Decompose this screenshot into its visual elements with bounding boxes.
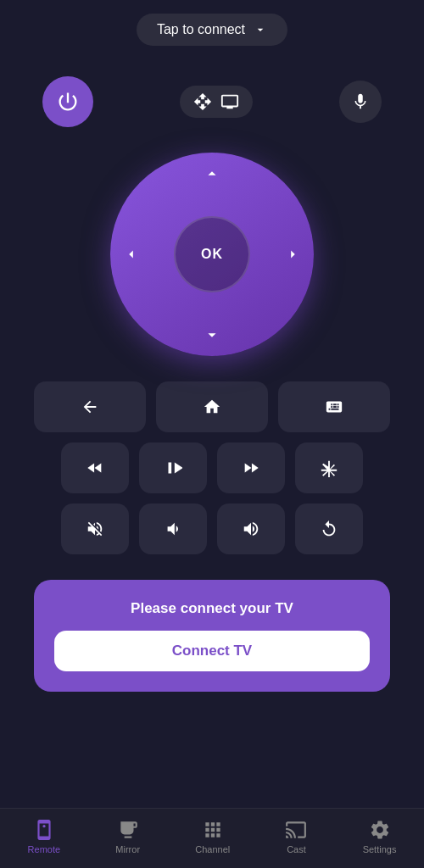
power-icon <box>56 90 80 114</box>
keyboard-button[interactable] <box>278 381 390 432</box>
nav-item-cast-label: Cast <box>287 844 306 854</box>
arrow-right-icon <box>283 245 302 264</box>
ok-label: OK <box>201 247 223 262</box>
nav-item-channel[interactable]: Channel <box>187 815 238 858</box>
nav-item-settings[interactable]: Settings <box>354 815 405 858</box>
connect-dropdown[interactable]: Tap to connect <box>137 14 287 46</box>
keyboard-icon <box>325 398 343 416</box>
mic-button[interactable] <box>339 81 382 123</box>
cast-nav-icon <box>285 819 307 841</box>
channel-nav-icon <box>202 819 224 841</box>
arrow-left-icon <box>122 245 141 264</box>
options-button[interactable] <box>295 442 363 493</box>
control-row-1 <box>34 381 390 432</box>
settings-nav-icon <box>369 819 391 841</box>
playpause-icon <box>164 459 182 477</box>
dpad-circle[interactable]: OK <box>110 153 314 356</box>
bottom-nav: Remote Mirror Channel Cast Settings <box>0 808 424 868</box>
nav-item-mirror-label: Mirror <box>115 844 140 854</box>
arrow-up-icon <box>203 164 221 183</box>
nav-item-remote-label: Remote <box>28 844 61 854</box>
svg-point-0 <box>42 825 45 827</box>
mic-icon <box>351 92 370 111</box>
playpause-button[interactable] <box>139 442 207 493</box>
volume-up-button[interactable] <box>217 504 285 554</box>
back-icon <box>81 398 99 416</box>
mute-icon <box>86 520 104 538</box>
button-grid <box>34 381 390 554</box>
power-button[interactable] <box>42 76 93 127</box>
chevron-down-icon <box>254 23 267 36</box>
dpad-left-button[interactable] <box>122 245 141 264</box>
control-row <box>0 68 424 136</box>
ok-button[interactable]: OK <box>174 216 250 292</box>
fastforward-button[interactable] <box>217 442 285 493</box>
nav-toggle-button[interactable] <box>180 86 253 118</box>
mirror-nav-icon <box>117 819 139 841</box>
dpad-container: OK <box>110 153 314 356</box>
control-row-3 <box>34 504 390 554</box>
volume-up-icon <box>242 520 260 538</box>
screen-icon <box>220 92 239 111</box>
volume-down-button[interactable] <box>139 504 207 554</box>
nav-item-mirror[interactable]: Mirror <box>107 815 148 858</box>
arrow-down-icon <box>203 326 221 344</box>
fastforward-icon <box>242 459 260 477</box>
remote-nav-icon <box>33 819 55 841</box>
rewind-icon <box>86 459 104 477</box>
control-row-2 <box>34 442 390 493</box>
connect-panel: Please connect your TV Connect TV <box>34 580 390 692</box>
connect-dropdown-label: Tap to connect <box>157 22 245 37</box>
nav-item-settings-label: Settings <box>363 844 397 854</box>
nav-item-channel-label: Channel <box>195 844 230 854</box>
dpad-up-button[interactable] <box>203 164 221 183</box>
back-button[interactable] <box>34 381 146 432</box>
connect-tv-button[interactable]: Connect TV <box>54 631 370 671</box>
move-icon <box>193 92 212 111</box>
top-bar: Tap to connect <box>0 0 424 59</box>
volume-down-icon <box>164 520 182 538</box>
nav-item-cast[interactable]: Cast <box>276 815 315 858</box>
rewind-button[interactable] <box>61 442 129 493</box>
mute-button[interactable] <box>61 504 129 554</box>
replay-button[interactable] <box>295 504 363 554</box>
replay-icon <box>320 520 338 538</box>
dpad-down-button[interactable] <box>203 326 221 344</box>
home-button[interactable] <box>156 381 268 432</box>
connect-panel-title: Please connect your TV <box>131 600 293 617</box>
dpad-right-button[interactable] <box>283 245 302 264</box>
nav-item-remote[interactable]: Remote <box>20 815 70 858</box>
home-icon <box>203 398 221 416</box>
asterisk-icon <box>320 459 338 477</box>
